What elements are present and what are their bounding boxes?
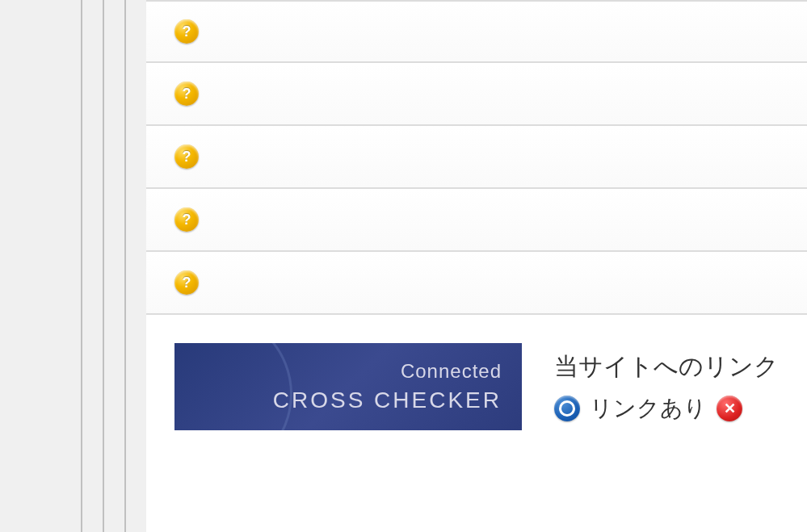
banner-line-2: CROSS CHECKER xyxy=(273,387,502,413)
question-icon xyxy=(174,270,199,295)
link-status-area: 当サイトへのリンク リンクあり xyxy=(554,350,779,424)
list-item[interactable] xyxy=(146,252,807,315)
list-item[interactable] xyxy=(146,0,807,63)
link-status-row: リンクあり xyxy=(554,393,779,424)
link-present-label: リンクあり xyxy=(590,393,707,424)
cross-checker-banner[interactable]: Connected CROSS CHECKER xyxy=(174,343,522,430)
banner-line-1: Connected xyxy=(401,360,502,383)
question-icon xyxy=(174,19,199,44)
circle-icon xyxy=(554,396,580,421)
list-item[interactable] xyxy=(146,63,807,126)
border-line xyxy=(124,0,126,532)
list-item[interactable] xyxy=(146,189,807,252)
main-container: Connected CROSS CHECKER 当サイトへのリンク リンクあり xyxy=(0,0,807,532)
question-icon xyxy=(174,145,199,169)
question-icon xyxy=(174,82,199,106)
question-icon xyxy=(174,207,199,232)
list-item[interactable] xyxy=(146,126,807,189)
border-line xyxy=(103,0,104,532)
border-line xyxy=(81,0,82,532)
left-border-group xyxy=(0,0,146,532)
link-status-title: 当サイトへのリンク xyxy=(554,350,779,383)
content-area: Connected CROSS CHECKER 当サイトへのリンク リンクあり xyxy=(146,0,807,532)
cross-icon xyxy=(717,396,742,421)
footer-area: Connected CROSS CHECKER 当サイトへのリンク リンクあり xyxy=(146,315,807,446)
